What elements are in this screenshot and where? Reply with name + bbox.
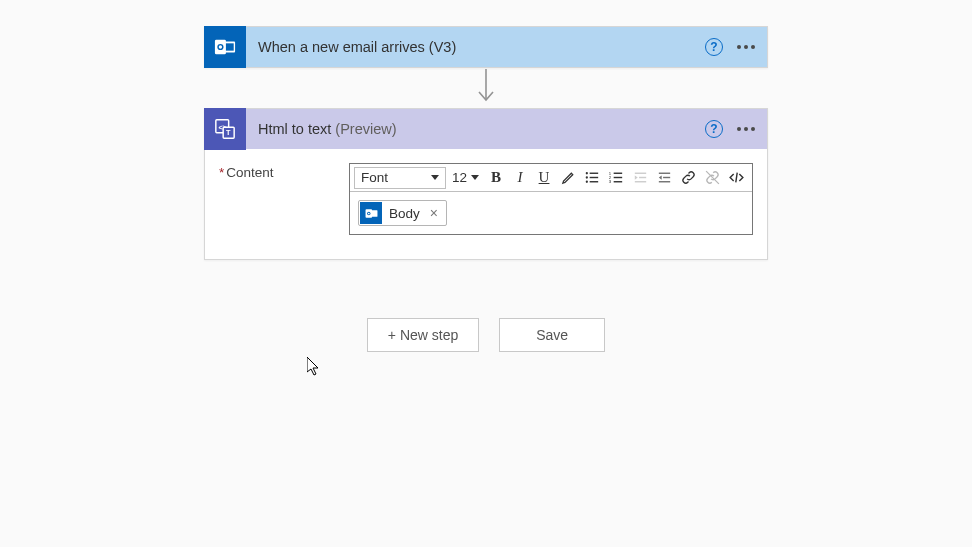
svg-rect-13 bbox=[589, 177, 598, 178]
svg-rect-21 bbox=[613, 181, 622, 182]
svg-rect-22 bbox=[634, 173, 645, 174]
content-input-area[interactable]: Body × bbox=[350, 192, 752, 234]
svg-point-35 bbox=[367, 212, 369, 214]
link-button[interactable] bbox=[677, 167, 699, 189]
action-card-body: *Content Font 12 B I U bbox=[205, 149, 767, 259]
action-card[interactable]: <> T Html to text (Preview) ? *Content bbox=[204, 108, 768, 260]
chevron-down-icon bbox=[471, 175, 479, 180]
indent-button[interactable] bbox=[653, 167, 675, 189]
svg-rect-11 bbox=[589, 173, 598, 174]
svg-rect-23 bbox=[639, 177, 646, 178]
outdent-button[interactable] bbox=[629, 167, 651, 189]
dynamic-content-token-body[interactable]: Body × bbox=[358, 200, 447, 226]
trigger-title: When a new email arrives (V3) bbox=[246, 39, 705, 55]
token-label: Body bbox=[383, 206, 428, 221]
unlink-button[interactable] bbox=[701, 167, 723, 189]
html-to-text-icon: <> T bbox=[204, 108, 246, 150]
action-title: Html to text (Preview) bbox=[246, 121, 705, 137]
svg-point-4 bbox=[219, 45, 222, 48]
svg-text:3: 3 bbox=[608, 179, 611, 184]
numbered-list-button[interactable]: 123 bbox=[605, 167, 627, 189]
code-view-button[interactable] bbox=[725, 167, 747, 189]
chevron-down-icon bbox=[431, 175, 439, 180]
font-size-select[interactable]: 12 bbox=[448, 167, 483, 189]
bold-button[interactable]: B bbox=[485, 167, 507, 189]
bullet-list-button[interactable] bbox=[581, 167, 603, 189]
svg-marker-36 bbox=[307, 357, 318, 375]
outlook-icon bbox=[204, 26, 246, 68]
new-step-button[interactable]: + New step bbox=[367, 318, 479, 352]
content-field-label: *Content bbox=[219, 163, 341, 235]
outlook-icon bbox=[360, 202, 382, 224]
highlight-button[interactable] bbox=[557, 167, 579, 189]
trigger-more-menu[interactable] bbox=[737, 45, 755, 49]
token-remove-button[interactable]: × bbox=[428, 205, 446, 221]
svg-rect-27 bbox=[663, 177, 670, 178]
svg-rect-17 bbox=[613, 173, 622, 174]
svg-rect-28 bbox=[658, 181, 669, 182]
trigger-card[interactable]: When a new email arrives (V3) ? bbox=[204, 26, 768, 68]
svg-rect-26 bbox=[658, 173, 669, 174]
underline-button[interactable]: U bbox=[533, 167, 555, 189]
svg-marker-29 bbox=[658, 175, 661, 179]
mouse-cursor bbox=[307, 357, 321, 380]
svg-point-12 bbox=[585, 176, 587, 178]
svg-text:T: T bbox=[226, 128, 231, 137]
save-button[interactable]: Save bbox=[499, 318, 605, 352]
action-title-main: Html to text bbox=[258, 121, 331, 137]
svg-marker-25 bbox=[634, 175, 637, 179]
svg-line-31 bbox=[735, 173, 736, 183]
svg-rect-15 bbox=[589, 181, 598, 182]
action-title-suffix: (Preview) bbox=[335, 121, 396, 137]
connector-arrow[interactable] bbox=[477, 68, 495, 108]
action-help-icon[interactable]: ? bbox=[705, 120, 723, 138]
italic-button[interactable]: I bbox=[509, 167, 531, 189]
editor-toolbar: Font 12 B I U bbox=[350, 164, 752, 192]
content-editor[interactable]: Font 12 B I U bbox=[349, 163, 753, 235]
trigger-help-icon[interactable]: ? bbox=[705, 38, 723, 56]
action-more-menu[interactable] bbox=[737, 127, 755, 131]
svg-rect-19 bbox=[613, 177, 622, 178]
svg-point-10 bbox=[585, 172, 587, 174]
action-card-header[interactable]: <> T Html to text (Preview) ? bbox=[205, 109, 767, 149]
svg-point-14 bbox=[585, 181, 587, 183]
trigger-card-header[interactable]: When a new email arrives (V3) ? bbox=[205, 27, 767, 67]
svg-rect-24 bbox=[634, 181, 645, 182]
font-family-select[interactable]: Font bbox=[354, 167, 446, 189]
